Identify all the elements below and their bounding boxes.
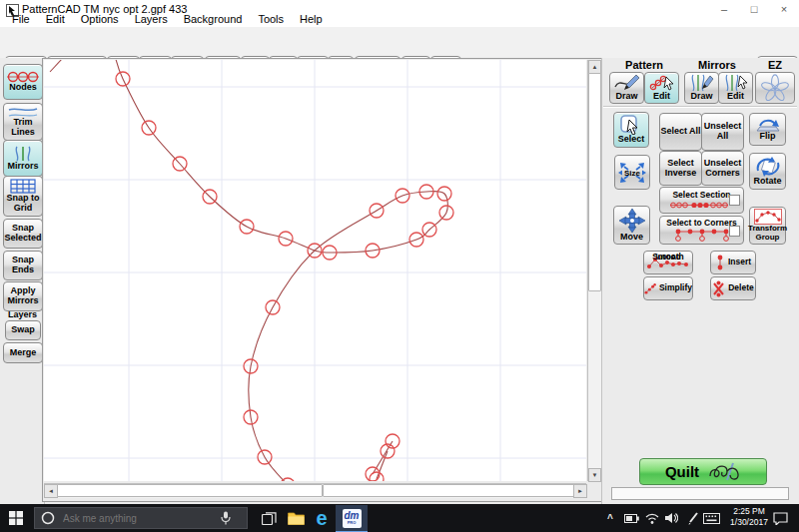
layers-section-label: Layers (8, 309, 37, 319)
ez-button[interactable] (755, 72, 795, 104)
horizontal-scrollbar[interactable]: ◄ ► (44, 483, 586, 498)
battery-icon (624, 514, 639, 523)
flip-button[interactable]: Flip (749, 113, 786, 146)
mirrors-edit-label: Edit (727, 92, 744, 102)
menu-tools[interactable]: Tools (250, 13, 292, 27)
menu-file[interactable]: File (4, 13, 38, 27)
select-section-icon (669, 201, 735, 210)
select-button[interactable]: Select (613, 112, 649, 148)
taskbar-search[interactable] (34, 507, 248, 529)
snap-ends-button[interactable]: Snap Ends (3, 251, 43, 280)
pattern-header: Pattern (609, 59, 679, 71)
edge-icon: e (316, 507, 327, 530)
mirrors-header: Mirrors (683, 59, 751, 71)
smooth-button[interactable]: \u00A0 Smooth (643, 251, 693, 274)
swap-layers-button[interactable]: Swap (5, 320, 41, 340)
smooth-label: Smooth (644, 253, 692, 262)
scroll-down-arrow[interactable]: ▼ (588, 468, 601, 482)
trim-lines-tool-button[interactable]: Trim Lines (3, 103, 43, 141)
select-to-corners-icon (672, 228, 732, 242)
delete-node-button[interactable]: Delete (710, 276, 756, 300)
select-cursor-icon (619, 115, 643, 135)
pattern-draw-button[interactable]: Draw (609, 72, 644, 104)
corner-curve-stroke (50, 60, 62, 72)
quilt-button[interactable]: Quilt (639, 458, 767, 485)
select-section-button[interactable]: Select Section (659, 187, 744, 214)
rotate-button[interactable]: Rotate (749, 153, 786, 190)
action-center-button[interactable] (769, 508, 791, 528)
ez-header: EZ (755, 59, 795, 71)
tray-expand-button[interactable]: ^ (599, 508, 621, 528)
vertical-scrollbar[interactable]: ▲ ▼ (587, 60, 601, 481)
file-explorer-button[interactable] (285, 508, 307, 528)
volume-control[interactable] (660, 508, 682, 528)
ez-flower-icon (760, 74, 790, 102)
snap-to-grid-label: Snap to Grid (7, 194, 40, 214)
insert-button[interactable]: Insert (710, 251, 756, 274)
mirrors-tool-button[interactable]: Mirrors (3, 140, 43, 177)
transform-group-button[interactable]: Transform Group (749, 207, 786, 245)
horizontal-scroll-track-left[interactable] (57, 484, 323, 497)
select-to-corners-button[interactable]: Select to Corners (659, 216, 744, 245)
select-label: Select (618, 135, 645, 145)
scroll-left-arrow[interactable]: ◄ (44, 484, 58, 498)
vertical-scroll-thumb[interactable] (588, 73, 601, 291)
svg-text:Size: Size (624, 169, 641, 178)
select-inverse-button[interactable]: Select Inverse (659, 151, 702, 186)
microphone-icon[interactable] (221, 511, 231, 525)
start-button[interactable] (5, 508, 27, 528)
pen-icon (687, 512, 699, 525)
menu-background[interactable]: Background (176, 13, 251, 27)
minimize-button[interactable]: – (713, 0, 735, 18)
wifi-icon (645, 513, 659, 524)
mirrors-label: Mirrors (7, 162, 38, 172)
grid-icon (10, 179, 36, 194)
unselect-all-button[interactable]: Unselect All (701, 113, 744, 151)
mirrors-draw-button[interactable]: Draw (684, 72, 719, 104)
delete-label: Delete (728, 283, 754, 292)
chevron-up-icon: ^ (607, 513, 613, 524)
menu-layers[interactable]: Layers (127, 13, 176, 27)
move-button[interactable]: Move (613, 206, 650, 245)
select-section-checkbox[interactable] (729, 195, 740, 206)
apply-mirrors-button[interactable]: Apply Mirrors (3, 281, 43, 311)
cortana-icon (41, 511, 55, 525)
dm-pro-app-button[interactable]: dm PRO (336, 505, 368, 532)
scroll-right-arrow[interactable]: ► (573, 484, 587, 498)
scroll-up-arrow[interactable]: ▲ (588, 60, 601, 74)
pattern-edit-button[interactable]: Edit (644, 72, 679, 104)
unselect-corners-button[interactable]: Unselect Corners (701, 151, 744, 186)
horizontal-scroll-thumb[interactable] (323, 484, 574, 497)
snap-to-grid-button[interactable]: Snap to Grid (3, 176, 43, 217)
menu-options[interactable]: Options (73, 13, 127, 27)
menu-edit[interactable]: Edit (38, 13, 73, 27)
pattern-curve[interactable] (115, 60, 447, 481)
mirrors-draw-label: Draw (690, 92, 712, 102)
snap-selected-button[interactable]: Snap Selected (3, 219, 43, 249)
size-button[interactable]: Size (614, 155, 650, 190)
mirrors-edit-button[interactable]: Edit (718, 72, 753, 104)
patterncad-window: PatternCAD TM nyc opt 2.gpf 433 – □ × Fi… (0, 0, 799, 532)
select-all-button[interactable]: Select All (659, 113, 702, 151)
battery-status[interactable] (620, 508, 642, 528)
panel-separator (603, 106, 797, 107)
pattern-canvas[interactable] (44, 60, 586, 481)
insert-label: Insert (728, 258, 751, 266)
quilt-label: Quilt (665, 463, 699, 480)
edge-button[interactable]: e (311, 508, 333, 528)
maximize-button[interactable]: □ (743, 0, 765, 18)
select-to-corners-checkbox[interactable] (729, 226, 740, 237)
curve-node[interactable] (281, 478, 295, 481)
transform-group-label: Transform Group (748, 225, 787, 243)
keyboard-icon (703, 513, 720, 524)
close-button[interactable]: × (773, 0, 795, 18)
simplify-button[interactable]: Simplify (643, 276, 693, 300)
task-view-button[interactable] (258, 508, 280, 528)
menu-help[interactable]: Help (292, 13, 331, 27)
delete-icon (712, 280, 725, 297)
search-input[interactable] (61, 512, 215, 525)
touch-keyboard-button[interactable] (700, 508, 722, 528)
nodes-tool-button[interactable]: Nodes (3, 64, 43, 100)
merge-layers-button[interactable]: Merge (3, 342, 43, 363)
pattern-drawing (44, 60, 586, 481)
